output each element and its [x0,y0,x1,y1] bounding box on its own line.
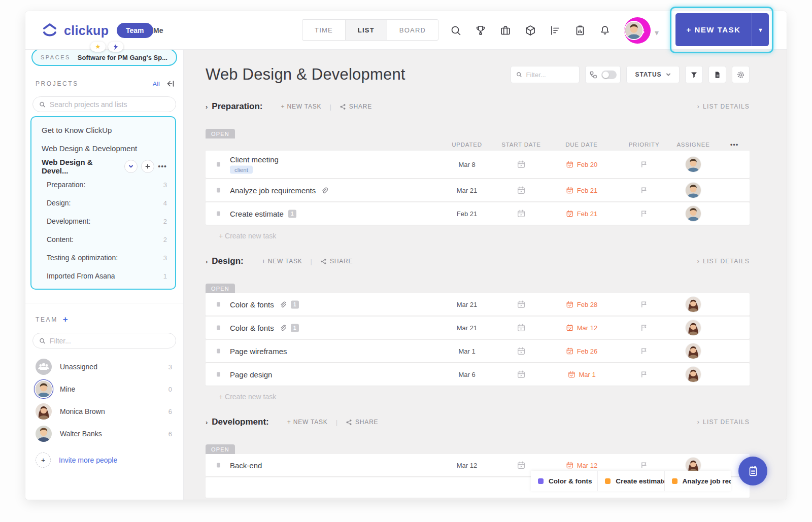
due-date[interactable]: Mar 12 [566,324,597,332]
due-date[interactable]: Feb 28 [566,300,597,308]
activity-icon[interactable] [549,24,561,37]
due-date[interactable]: Mar 12 [566,461,597,469]
task-status-square[interactable] [217,212,220,216]
section-name[interactable]: Preparation: [212,101,262,112]
sidebar-project-item[interactable]: Preparation: 3 [31,176,175,194]
task-title[interactable]: Analyze job requirements [230,186,316,195]
list-details-button[interactable]: ›LIST DETAILS [697,258,750,265]
task-row[interactable]: Page wireframes Mar 1 Feb 26 [206,340,750,362]
task-row[interactable]: Color & fonts 1 Mar 21 Feb 28 [206,293,750,316]
toggle-switch[interactable] [601,71,617,79]
sidebar-project-item[interactable]: Imported From Asana 1 [31,267,175,285]
start-date-icon[interactable] [517,186,526,195]
priority-flag-icon[interactable] [640,161,648,168]
tab-board[interactable]: BOARD [387,20,438,40]
task-status-square[interactable] [217,188,220,193]
task-title[interactable]: Create estimate [230,210,284,218]
task-row[interactable]: Analyze job requirements Mar 21 Feb 21 [206,179,750,201]
team-member-row[interactable]: Walter Banks 6 [25,423,183,445]
open-status-tab[interactable]: OPEN [206,129,235,138]
assignee-avatar[interactable] [686,183,701,198]
due-date[interactable]: Feb 21 [566,210,597,218]
project-options-icon[interactable]: ••• [158,162,167,170]
priority-flag-icon[interactable] [640,187,648,194]
task-title[interactable]: Back-end [230,461,262,470]
task-title[interactable]: Page wireframes [230,347,287,356]
task-title[interactable]: Client meeting [230,155,279,164]
subtask-toggle-button[interactable] [585,66,621,83]
project-search-input[interactable] [50,100,170,109]
start-date-icon[interactable] [517,370,526,379]
sidebar-project-item[interactable]: Web Design & Devel... ••• [31,157,175,176]
tab-list[interactable]: LIST [346,20,387,40]
user-avatar-cluster[interactable]: S [624,17,651,44]
minimized-task-tab[interactable]: Analyze job requ [664,471,731,491]
task-title[interactable]: Color & fonts [230,300,274,309]
priority-flag-icon[interactable] [640,347,648,355]
cube-icon[interactable] [524,24,536,37]
due-date[interactable]: Feb 20 [566,160,597,168]
projects-all-link[interactable]: All [153,80,160,88]
task-row[interactable]: Create estimate 1 Feb 21 Feb 21 [206,202,750,225]
filter-button[interactable] [685,66,703,83]
task-status-square[interactable] [217,349,220,354]
task-row[interactable]: Color & fonts 1 Mar 21 Mar 12 [206,317,750,339]
new-task-button[interactable]: + NEW TASK ▼ [675,13,769,46]
team-member-row[interactable]: Mine 0 [25,378,183,400]
task-status-square[interactable] [217,326,220,330]
open-status-tab[interactable]: OPEN [206,444,235,454]
list-filter[interactable] [511,66,580,83]
me-toggle[interactable]: Me [153,23,163,38]
sidebar-project-item[interactable]: Web Design & Development [31,139,175,157]
column-start-date[interactable]: START DATE [501,142,540,148]
star-icon[interactable]: ★ [90,42,106,52]
start-date-icon[interactable] [517,300,526,309]
priority-flag-icon[interactable] [640,301,648,308]
due-date[interactable]: Mar 1 [567,370,595,378]
clickup-logo[interactable]: clickup [41,21,109,40]
priority-flag-icon[interactable] [640,462,648,469]
assignee-avatar[interactable] [686,297,701,312]
column-assignee[interactable]: ASSIGNEE [676,142,709,148]
open-status-tab[interactable]: OPEN [206,284,235,293]
start-date-icon[interactable] [517,160,526,169]
task-status-square[interactable] [217,463,220,468]
bolt-icon[interactable] [108,42,123,52]
sidebar-project-item[interactable]: Get to Know ClickUp [31,121,175,139]
column-options-icon[interactable]: ••• [730,141,739,149]
section-new-task-button[interactable]: + NEW TASK [287,419,328,426]
task-row[interactable]: Client meeting client Mar 8 Feb 20 [206,151,750,178]
invite-people-button[interactable]: + Invite more people [25,449,183,471]
task-row[interactable]: Page design Mar 6 Mar 1 [206,363,750,386]
assignee-avatar[interactable] [686,367,701,382]
create-new-task-button[interactable]: + Create new task [219,232,750,240]
settings-button[interactable] [732,66,750,83]
section-new-task-button[interactable]: + NEW TASK [262,258,302,265]
section-share-button[interactable]: SHARE [320,258,353,265]
section-name[interactable]: Design: [212,256,243,266]
start-date-icon[interactable] [517,323,526,332]
profile-chevron-down-icon[interactable]: ▾ [655,28,659,38]
create-new-task-button[interactable]: + Create new task [219,393,750,401]
start-date-icon[interactable] [517,346,526,356]
sidebar-project-item[interactable]: Testing & optimization: 3 [31,249,175,267]
due-date[interactable]: Feb 21 [566,186,597,194]
space-name[interactable]: Software for PM Gang's Sp... [78,54,167,61]
team-member-row[interactable]: Monica Brown 6 [25,400,183,423]
section-share-button[interactable]: SHARE [340,103,372,110]
status-dropdown[interactable]: STATUS [626,66,680,83]
team-filter-input[interactable] [50,337,170,345]
assignee-avatar[interactable] [686,343,701,359]
section-name[interactable]: Development: [212,417,268,427]
priority-flag-icon[interactable] [640,210,648,218]
chevron-right-icon[interactable]: › [206,258,208,265]
task-title[interactable]: Color & fonts [230,324,274,332]
task-status-square[interactable] [217,372,220,377]
add-member-button[interactable]: + [63,315,68,325]
list-details-button[interactable]: ›LIST DETAILS [697,419,750,426]
start-date-icon[interactable] [517,209,526,218]
list-details-button[interactable]: ›LIST DETAILS [697,103,750,110]
sidebar-project-item[interactable]: Content: 2 [31,230,175,249]
column-priority[interactable]: PRIORITY [629,142,660,148]
search-icon[interactable] [450,24,462,37]
